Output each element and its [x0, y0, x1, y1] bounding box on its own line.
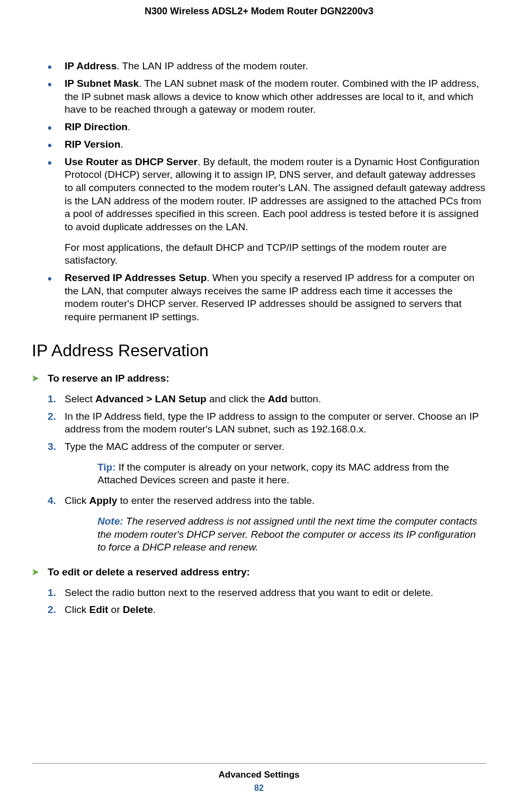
bullet-item: RIP Direction.	[48, 121, 486, 134]
step-item: Select the radio button next to the rese…	[48, 587, 486, 600]
bullet-item: IP Subnet Mask. The LAN subnet mask of t…	[48, 77, 486, 116]
step-text: In the IP Address field, type the IP add…	[65, 411, 479, 435]
bullet-item: IP Address. The LAN IP address of the mo…	[48, 60, 486, 73]
extra-paragraph: For most applications, the default DHCP …	[65, 241, 486, 267]
step-item: In the IP Address field, type the IP add…	[48, 410, 486, 436]
bullet-item: RIP Version.	[48, 138, 486, 151]
ui-element: Edit	[89, 604, 108, 615]
term: IP Subnet Mask	[65, 78, 139, 89]
step-list: Select Advanced > LAN Setup and click th…	[32, 393, 486, 554]
ui-element: Add	[268, 393, 288, 404]
step-text: Click	[65, 604, 89, 615]
step-text: and click the	[207, 393, 268, 404]
step-text: button.	[288, 393, 321, 404]
bullet-list: IP Address. The LAN IP address of the mo…	[32, 60, 486, 323]
page-footer: Advanced Settings 82	[32, 763, 486, 794]
term: IP Address	[65, 60, 117, 71]
page-header: N300 Wireless ADSL2+ Modem Router DGN220…	[32, 5, 486, 17]
term: RIP Direction	[65, 121, 128, 132]
step-text: .	[153, 604, 156, 615]
step-text: Select	[65, 393, 95, 404]
note-label: Note:	[97, 516, 126, 527]
ui-element: Apply	[89, 495, 117, 506]
procedure-heading: To reserve an IP address:	[32, 372, 486, 385]
step-item: Click Edit or Delete.	[48, 603, 486, 617]
section-heading: IP Address Reservation	[32, 340, 486, 362]
step-text: Type the MAC address of the computer or …	[65, 441, 284, 452]
definition: .	[120, 139, 123, 150]
tip-label: Tip:	[97, 462, 119, 473]
step-list: Select the radio button next to the rese…	[32, 587, 486, 617]
note-text: The reserved address is not assigned unt…	[97, 516, 477, 553]
definition: . The LAN IP address of the modem router…	[117, 60, 308, 71]
term: Use Router as DHCP Server	[65, 156, 198, 167]
tip-text: If the computer is already on your netwo…	[97, 462, 449, 486]
tip-block: Tip: If the computer is already on your …	[97, 461, 486, 487]
step-text: or	[108, 604, 122, 615]
term: RIP Version	[65, 139, 120, 150]
document-page: N300 Wireless ADSL2+ Modem Router DGN220…	[0, 0, 518, 799]
term: Reserved IP Addresses Setup	[65, 272, 207, 283]
footer-section-title: Advanced Settings	[32, 769, 486, 781]
ui-path: Advanced > LAN Setup	[95, 393, 207, 404]
footer-page-number: 82	[32, 783, 486, 794]
step-text: to enter the reserved address into the t…	[117, 495, 315, 506]
step-item: Select Advanced > LAN Setup and click th…	[48, 393, 486, 406]
bullet-item: Reserved IP Addresses Setup. When you sp…	[48, 272, 486, 324]
step-text: Click	[65, 495, 89, 506]
step-item: Click Apply to enter the reserved addres…	[48, 494, 486, 554]
bullet-item: Use Router as DHCP Server. By default, t…	[48, 156, 486, 268]
procedure-heading: To edit or delete a reserved address ent…	[32, 566, 486, 579]
note-block: Note: The reserved address is not assign…	[97, 515, 486, 554]
step-text: Select the radio button next to the rese…	[65, 587, 433, 598]
step-item: Type the MAC address of the computer or …	[48, 440, 486, 487]
ui-element: Delete	[123, 604, 153, 615]
definition: . By default, the modem router is a Dyna…	[65, 156, 485, 232]
definition: .	[128, 121, 130, 132]
